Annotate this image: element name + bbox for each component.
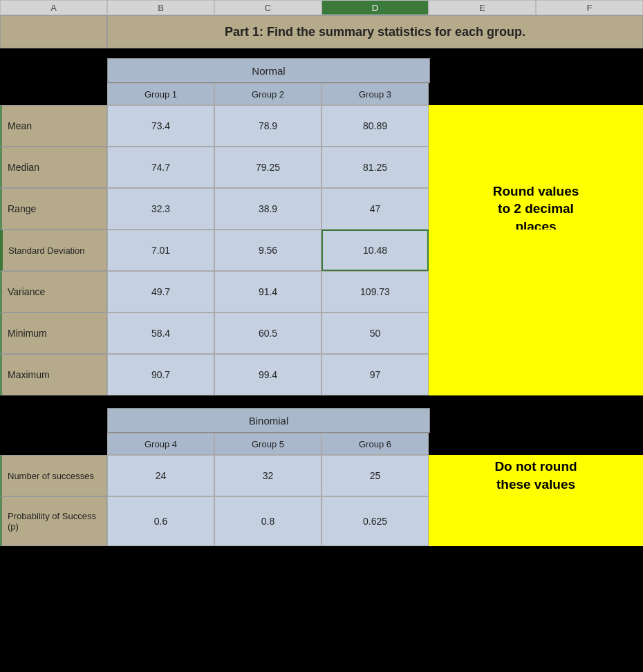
stddev-row: Standard Deviation 7.01 9.56 10.48 — [0, 230, 643, 271]
normal-yellow-minimum — [429, 312, 643, 354]
minimum-g3[interactable]: 50 — [322, 312, 429, 354]
group-header-right — [429, 83, 643, 105]
range-g1[interactable]: 32.3 — [107, 188, 214, 230]
binomial-label-col — [0, 408, 107, 433]
maximum-label: Maximum — [0, 354, 107, 395]
range-label: Range — [0, 188, 107, 230]
mean-g3[interactable]: 80.89 — [322, 105, 429, 147]
group-header-label-col — [0, 83, 107, 105]
group-header-2: Group 2 — [214, 83, 322, 105]
binomial-header-row: Binomial — [0, 408, 643, 433]
variance-g1[interactable]: 49.7 — [107, 271, 214, 312]
mean-label: Mean — [0, 105, 107, 147]
minimum-label: Minimum — [0, 312, 107, 354]
variance-g3[interactable]: 109.73 — [322, 271, 429, 312]
probability-g5[interactable]: 0.8 — [214, 496, 322, 546]
successes-label: Number of successes — [0, 455, 107, 496]
normal-header-right — [430, 58, 643, 83]
median-g3[interactable]: 81.25 — [322, 147, 429, 188]
group-header-3: Group 3 — [322, 83, 429, 105]
binomial-section-header: Binomial — [107, 408, 430, 433]
col-header-e[interactable]: E — [429, 0, 536, 15]
title-label-cell — [0, 15, 107, 48]
normal-group-headers-row: Group 1 Group 2 Group 3 — [0, 83, 643, 105]
maximum-g2[interactable]: 99.4 — [214, 354, 322, 395]
do-not-round-label: Do not round these values — [494, 458, 577, 493]
binomial-group-headers-row: Group 4 Group 5 Group 6 — [0, 433, 643, 455]
maximum-row: Maximum 90.7 99.4 97 — [0, 354, 643, 395]
maximum-g1[interactable]: 90.7 — [107, 354, 214, 395]
minimum-row: Minimum 58.4 60.5 50 — [0, 312, 643, 354]
median-g2[interactable]: 79.25 — [214, 147, 322, 188]
successes-g6[interactable]: 25 — [322, 455, 429, 496]
maximum-g3[interactable]: 97 — [322, 354, 429, 395]
probability-g6[interactable]: 0.625 — [322, 496, 429, 546]
black-spacer-1 — [0, 48, 643, 58]
normal-yellow-stddev — [429, 230, 643, 271]
variance-g2[interactable]: 91.4 — [214, 271, 322, 312]
binom-group-header-right — [429, 433, 643, 455]
main-title: Part 1: Find the summary statistics for … — [107, 15, 643, 48]
median-g1[interactable]: 74.7 — [107, 147, 214, 188]
mean-g1[interactable]: 73.4 — [107, 105, 214, 147]
group-header-1: Group 1 — [107, 83, 214, 105]
col-header-d[interactable]: D — [322, 0, 429, 15]
normal-yellow-mean — [429, 105, 643, 147]
probability-row: Probability of Success (p) 0.6 0.8 0.625 — [0, 496, 643, 546]
stddev-g2[interactable]: 9.56 — [214, 230, 322, 271]
probability-g4[interactable]: 0.6 — [107, 496, 214, 546]
minimum-g2[interactable]: 60.5 — [214, 312, 322, 354]
column-headers-row: A B C D E F — [0, 0, 643, 15]
binom-group-header-4: Group 4 — [107, 433, 214, 455]
range-g2[interactable]: 38.9 — [214, 188, 322, 230]
normal-yellow-maximum — [429, 354, 643, 395]
stddev-g3[interactable]: 10.48 — [322, 230, 429, 271]
title-row: Part 1: Find the summary statistics for … — [0, 15, 643, 48]
round-values-label: Round values to 2 decimal places — [493, 183, 579, 236]
binom-group-header-6: Group 6 — [322, 433, 429, 455]
range-row: Range 32.3 38.9 47 Round values to 2 dec… — [0, 188, 643, 230]
binom-group-label-col — [0, 433, 107, 455]
binomial-header-right — [430, 408, 643, 433]
col-header-c[interactable]: C — [214, 0, 322, 15]
mean-row: Mean 73.4 78.9 80.89 — [0, 105, 643, 147]
mean-g2[interactable]: 78.9 — [214, 105, 322, 147]
normal-header-row: Normal — [0, 58, 643, 83]
col-header-a[interactable]: A — [0, 0, 107, 15]
normal-label-col — [0, 58, 107, 83]
successes-row: Number of successes 24 32 25 Do not roun… — [0, 455, 643, 496]
successes-g5[interactable]: 32 — [214, 455, 322, 496]
minimum-g1[interactable]: 58.4 — [107, 312, 214, 354]
successes-g4[interactable]: 24 — [107, 455, 214, 496]
variance-row: Variance 49.7 91.4 109.73 — [0, 271, 643, 312]
stddev-g1[interactable]: 7.01 — [107, 230, 214, 271]
normal-yellow-main: Round values to 2 decimal places — [429, 188, 643, 230]
spreadsheet: A B C D E F Part 1: Find the summary sta… — [0, 0, 643, 672]
col-header-b[interactable]: B — [107, 0, 214, 15]
binomial-yellow-prob — [429, 496, 643, 546]
col-header-f[interactable]: F — [536, 0, 643, 15]
probability-label: Probability of Success (p) — [0, 496, 107, 546]
section-gap — [0, 395, 643, 408]
binomial-yellow-main: Do not round these values — [429, 455, 643, 496]
median-label: Median — [0, 147, 107, 188]
variance-label: Variance — [0, 271, 107, 312]
binom-group-header-5: Group 5 — [214, 433, 322, 455]
range-g3[interactable]: 47 — [322, 188, 429, 230]
normal-section-header: Normal — [107, 58, 430, 83]
stddev-label: Standard Deviation — [0, 230, 107, 271]
normal-yellow-variance — [429, 271, 643, 312]
